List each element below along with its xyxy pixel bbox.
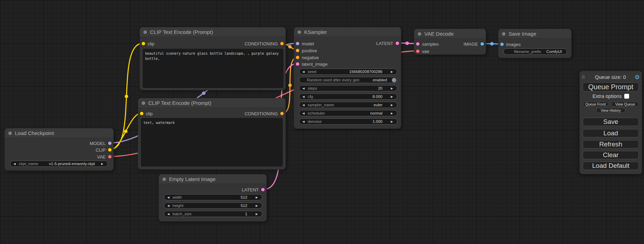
output-slot-image[interactable]: IMAGE — [464, 40, 484, 47]
model-slot-dot-icon[interactable] — [296, 42, 299, 45]
decrement-arrow-icon[interactable]: ◀ — [299, 112, 308, 115]
node-title-bar[interactable]: CLIP Text Encode (Prompt) — [140, 27, 285, 37]
load-default-button[interactable]: Load Default — [583, 162, 639, 170]
queue-front-button[interactable]: Queue Front — [583, 102, 608, 107]
latent-slot-dot-icon[interactable] — [416, 42, 420, 46]
increment-arrow-icon[interactable]: ▶ — [387, 103, 397, 107]
increment-arrow-icon[interactable]: ▶ — [387, 112, 397, 115]
node-collapse-dot-icon[interactable] — [502, 32, 505, 36]
node-clip-text-encode-negative[interactable]: CLIP Text Encode (Prompt) clip CONDITION… — [138, 98, 286, 170]
view-queue-button[interactable]: View Queue — [611, 102, 639, 107]
node-collapse-dot-icon[interactable] — [162, 178, 166, 181]
vae-slot-dot-icon[interactable] — [108, 155, 112, 159]
widget-width[interactable]: ◀ width 512 ▶ — [164, 194, 262, 200]
save-button[interactable]: Save — [583, 118, 639, 126]
increment-arrow-icon[interactable]: ▶ — [252, 204, 262, 207]
widget-scheduler[interactable]: ◀ scheduler normal ▶ — [299, 110, 397, 116]
model-slot-dot-icon[interactable] — [108, 142, 112, 145]
widget-ckpt-name[interactable]: ◀ ckpt_name v1-5-pruned-emaonly.ckpt ▶ — [10, 161, 108, 167]
widget-filename-prefix[interactable]: filename_prefix ComfyUI — [503, 48, 567, 55]
input-slot-positive[interactable]: positive — [296, 47, 317, 54]
node-title-bar[interactable]: CLIP Text Encode (Prompt) — [138, 98, 285, 108]
clip-slot-dot-icon[interactable] — [142, 42, 145, 45]
node-title-bar[interactable]: KSampler — [294, 27, 401, 37]
output-slot-conditioning[interactable]: CONDITIONING — [245, 40, 284, 47]
decrement-arrow-icon[interactable]: ◀ — [299, 95, 308, 98]
output-slot-latent[interactable]: LATENT — [376, 40, 399, 47]
clear-button[interactable]: Clear — [583, 151, 639, 159]
decrement-arrow-icon[interactable]: ◀ — [299, 87, 308, 90]
refresh-button[interactable]: Refresh — [583, 140, 639, 148]
widget-cfg[interactable]: ◀ cfg 8.000 ▶ — [299, 93, 397, 100]
negative-prompt-textarea[interactable]: text, watermark — [141, 118, 283, 166]
output-slot-conditioning[interactable]: CONDITIONING — [245, 110, 284, 117]
decrement-arrow-icon[interactable]: ◀ — [164, 204, 173, 207]
node-load-checkpoint[interactable]: Load Checkpoint MODEL CLIP VAE ◀ ckpt_na… — [5, 128, 114, 171]
view-history-button[interactable]: View History — [596, 108, 625, 113]
latent-slot-dot-icon[interactable] — [296, 62, 299, 66]
input-slot-vae[interactable]: vae — [416, 48, 429, 55]
node-collapse-dot-icon[interactable] — [298, 30, 301, 34]
settings-gear-icon[interactable]: ⚙ — [634, 74, 640, 80]
increment-arrow-icon[interactable]: ▶ — [97, 162, 107, 165]
clip-slot-dot-icon[interactable] — [140, 112, 143, 115]
node-vae-decode[interactable]: VAE Decode samples IMAGE vae — [414, 29, 486, 55]
node-collapse-dot-icon[interactable] — [142, 101, 145, 105]
load-button[interactable]: Load — [583, 129, 639, 137]
output-slot-model[interactable]: MODEL — [90, 140, 112, 147]
node-collapse-dot-icon[interactable] — [418, 32, 421, 36]
input-slot-negative[interactable]: negative — [296, 54, 319, 61]
decrement-arrow-icon[interactable]: ◀ — [164, 213, 173, 216]
decrement-arrow-icon[interactable]: ◀ — [10, 162, 19, 165]
widget-steps[interactable]: ◀ steps 20 ▶ — [299, 85, 397, 91]
latent-slot-dot-icon[interactable] — [261, 188, 265, 191]
decrement-arrow-icon[interactable]: ◀ — [164, 196, 173, 199]
toggle-dot-icon[interactable] — [392, 78, 396, 82]
node-collapse-dot-icon[interactable] — [143, 30, 147, 34]
widget-random-seed-toggle[interactable]: Random seed after every gen enabled — [299, 77, 397, 83]
image-slot-dot-icon[interactable] — [500, 43, 504, 46]
widget-height[interactable]: ◀ height 512 ▶ — [164, 202, 262, 209]
widget-seed[interactable]: ◀ seed 156680208700286 ▶ — [299, 69, 397, 75]
node-title-bar[interactable]: VAE Decode — [414, 29, 486, 39]
input-slot-images[interactable]: images — [500, 41, 521, 48]
input-slot-samples[interactable]: samples — [416, 40, 439, 47]
latent-slot-dot-icon[interactable] — [396, 42, 399, 45]
conditioning-slot-dot-icon[interactable] — [280, 112, 284, 115]
queue-prompt-button[interactable]: Queue Prompt — [583, 82, 639, 91]
node-title-bar[interactable]: Load Checkpoint — [5, 128, 113, 138]
node-title-bar[interactable]: Empty Latent Image — [159, 174, 266, 184]
output-slot-clip[interactable]: CLIP — [96, 146, 112, 153]
vae-slot-dot-icon[interactable] — [416, 49, 420, 53]
input-slot-clip[interactable]: clip — [142, 40, 155, 47]
node-ksampler[interactable]: KSampler model LATENT positive negative … — [294, 27, 401, 129]
widget-sampler-name[interactable]: ◀ sampler_name euler ▶ — [299, 102, 397, 108]
conditioning-slot-dot-icon[interactable] — [280, 42, 284, 45]
conditioning-slot-dot-icon[interactable] — [296, 49, 299, 52]
decrement-arrow-icon[interactable]: ◀ — [299, 120, 308, 123]
widget-denoise[interactable]: ◀ denoise 1.000 ▶ — [299, 118, 397, 125]
input-slot-clip[interactable]: clip — [140, 110, 153, 117]
input-slot-latent-image[interactable]: latent_image — [296, 61, 327, 67]
node-save-image[interactable]: Save Image images filename_prefix ComfyU… — [498, 29, 572, 58]
increment-arrow-icon[interactable]: ▶ — [387, 70, 397, 73]
positive-prompt-textarea[interactable]: beautiful scenery nature glass bottle la… — [143, 49, 283, 88]
input-slot-model[interactable]: model — [296, 40, 314, 47]
clip-slot-dot-icon[interactable] — [108, 148, 112, 152]
image-slot-dot-icon[interactable] — [480, 42, 484, 46]
node-collapse-dot-icon[interactable] — [8, 132, 12, 135]
node-clip-text-encode-positive[interactable]: CLIP Text Encode (Prompt) clip CONDITION… — [140, 27, 286, 90]
decrement-arrow-icon[interactable]: ◀ — [299, 103, 308, 107]
node-graph-canvas[interactable]: Load Checkpoint MODEL CLIP VAE ◀ ckpt_na… — [0, 0, 644, 244]
node-empty-latent-image[interactable]: Empty Latent Image LATENT ◀ width 512 ▶ … — [159, 174, 267, 222]
extra-options-checkbox[interactable] — [624, 94, 629, 99]
decrement-arrow-icon[interactable]: ◀ — [299, 70, 308, 73]
conditioning-slot-dot-icon[interactable] — [296, 56, 299, 59]
widget-batch-size[interactable]: ◀ batch_size 1 ▶ — [164, 211, 262, 217]
increment-arrow-icon[interactable]: ▶ — [387, 95, 397, 98]
output-slot-latent[interactable]: LATENT — [242, 186, 265, 193]
increment-arrow-icon[interactable]: ▶ — [252, 213, 262, 216]
drag-handle-icon[interactable]: ⠿ — [582, 75, 587, 80]
increment-arrow-icon[interactable]: ▶ — [387, 120, 397, 123]
output-slot-vae[interactable]: VAE — [97, 153, 112, 160]
